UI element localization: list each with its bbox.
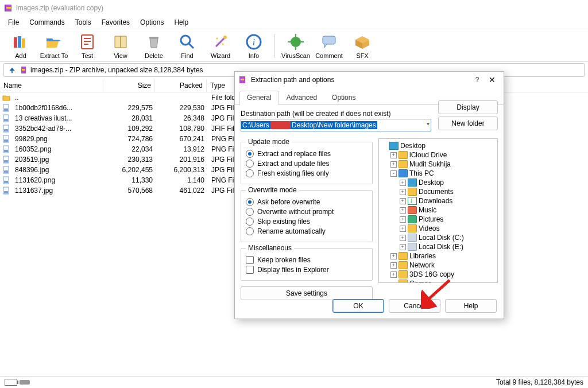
- opt-overwrite[interactable]: Overwrite without prompt: [246, 208, 368, 216]
- tb-view[interactable]: View: [105, 32, 137, 60]
- svg-rect-31: [4, 139, 8, 142]
- col-packed[interactable]: Packed: [155, 79, 207, 92]
- radio-icon: [246, 198, 254, 206]
- expand-icon[interactable]: +: [400, 189, 406, 195]
- tree-node[interactable]: +Documents: [381, 187, 495, 196]
- desk-icon: [408, 179, 417, 187]
- col-size[interactable]: Size: [103, 79, 155, 92]
- svg-rect-41: [4, 191, 8, 193]
- menu-help[interactable]: Help: [169, 17, 193, 28]
- save-settings-button[interactable]: Save settings: [241, 286, 373, 300]
- tab-options[interactable]: Options: [324, 91, 363, 105]
- chevron-down-icon[interactable]: ▾: [427, 121, 430, 127]
- tb-virusscan[interactable]: VirusScan: [280, 32, 312, 60]
- tree-node[interactable]: +Local Disk (E:): [381, 242, 495, 251]
- expand-icon[interactable]: -: [390, 170, 397, 177]
- up-button[interactable]: [6, 64, 18, 76]
- pc-icon: [399, 169, 408, 177]
- col-name[interactable]: Name: [0, 79, 103, 92]
- tree-node[interactable]: -This PC: [381, 169, 495, 178]
- menu-options[interactable]: Options: [136, 17, 168, 28]
- dialog-help-icon[interactable]: ?: [470, 76, 484, 84]
- tree-node[interactable]: +Videos: [381, 224, 495, 233]
- tb-info[interactable]: iInfo: [238, 32, 270, 60]
- folder-icon: [408, 188, 417, 196]
- folder-icon: [399, 280, 408, 283]
- cancel-button[interactable]: Cancel: [389, 299, 440, 313]
- opt-keep-broken[interactable]: Keep broken files: [246, 256, 368, 264]
- tb-find[interactable]: Find: [171, 32, 203, 60]
- extract-dialog: Extraction path and options ? ✕ General …: [234, 71, 504, 319]
- menu-commands[interactable]: Commands: [25, 17, 69, 28]
- tb-comment[interactable]: Comment: [313, 32, 345, 60]
- svg-rect-43: [241, 79, 244, 80]
- expand-icon[interactable]: +: [390, 161, 397, 168]
- tb-add[interactable]: Add: [5, 32, 37, 60]
- dest-redacted: .: [270, 121, 291, 129]
- expand-icon[interactable]: +: [390, 253, 397, 259]
- file-icon: [2, 156, 10, 164]
- expand-icon[interactable]: +: [400, 235, 406, 241]
- menu-tools[interactable]: Tools: [71, 17, 96, 28]
- opt-extract-replace[interactable]: Extract and replace files: [246, 150, 368, 158]
- opt-skip[interactable]: Skip existing files: [246, 218, 368, 226]
- tree-node[interactable]: Desktop: [381, 141, 495, 150]
- close-icon[interactable]: ✕: [484, 75, 500, 84]
- tree-node[interactable]: +Downloads: [381, 196, 495, 205]
- tree-node[interactable]: +Mudit Sukhija: [381, 160, 495, 169]
- address-text: images.zip - ZIP archive, unpacked size …: [30, 66, 203, 74]
- checkbox-icon: [246, 256, 254, 264]
- tree-node[interactable]: +Libraries: [381, 251, 495, 261]
- virus-icon: [287, 33, 305, 51]
- test-icon: [78, 33, 96, 51]
- tree-node[interactable]: +Desktop: [381, 178, 495, 187]
- expand-icon[interactable]: +: [390, 262, 397, 269]
- expand-icon[interactable]: +: [400, 207, 406, 214]
- menu-favorites[interactable]: Favorites: [97, 17, 134, 28]
- opt-ask[interactable]: Ask before overwrite: [246, 198, 368, 206]
- tree-node[interactable]: +Network: [381, 261, 495, 270]
- tree-node[interactable]: +Pictures: [381, 215, 495, 224]
- radio-icon: [246, 227, 254, 235]
- window-titlebar: images.zip (evaluation copy): [0, 0, 588, 16]
- drive-icon: [408, 234, 417, 242]
- opt-display-explorer[interactable]: Display files in Explorer: [246, 266, 368, 274]
- opt-rename[interactable]: Rename automatically: [246, 227, 368, 235]
- expand-icon[interactable]: +: [400, 226, 406, 232]
- expand-icon[interactable]: +: [400, 180, 406, 186]
- tb-test[interactable]: Test: [71, 32, 103, 60]
- new-folder-button[interactable]: New folder: [438, 117, 498, 130]
- tree-node[interactable]: Games: [381, 279, 495, 283]
- tree-node[interactable]: +Local Disk (C:): [381, 233, 495, 242]
- dialog-icon: [238, 75, 247, 84]
- tb-wizard[interactable]: Wizard: [204, 32, 237, 60]
- tree-node[interactable]: +Music: [381, 205, 495, 215]
- tb-delete[interactable]: Delete: [138, 32, 170, 60]
- opt-fresh-only[interactable]: Fresh existing files only: [246, 169, 368, 177]
- ok-button[interactable]: OK: [332, 299, 384, 313]
- expand-icon[interactable]: +: [400, 216, 406, 223]
- help-button[interactable]: Help: [445, 299, 497, 313]
- tb-sfx[interactable]: SFX: [346, 32, 378, 60]
- tab-general[interactable]: General: [239, 91, 279, 105]
- expand-icon[interactable]: +: [400, 244, 406, 250]
- battery-icon: [5, 379, 17, 386]
- dest-path-input[interactable]: C:\Users . Desktop\New folder\images ▾: [241, 119, 431, 131]
- display-button[interactable]: Display: [438, 100, 498, 114]
- tree-node[interactable]: +iCloud Drive: [381, 150, 495, 160]
- dialog-titlebar[interactable]: Extraction path and options ? ✕: [235, 72, 504, 88]
- folder-tree[interactable]: Desktop+iCloud Drive+Mudit Sukhija-This …: [378, 138, 498, 283]
- expand-icon[interactable]: +: [400, 198, 406, 204]
- file-icon: [2, 176, 10, 184]
- file-icon: [2, 187, 10, 195]
- tb-extract[interactable]: Extract To: [38, 32, 70, 60]
- tab-advanced[interactable]: Advanced: [279, 91, 324, 105]
- expand-icon[interactable]: +: [390, 152, 397, 158]
- opt-extract-update[interactable]: Extract and update files: [246, 160, 368, 168]
- file-icon: [2, 125, 10, 133]
- expand-icon[interactable]: +: [390, 271, 397, 278]
- svg-rect-2: [6, 7, 11, 9]
- tree-node[interactable]: +3DS 16G copy: [381, 270, 495, 279]
- menu-file[interactable]: File: [3, 17, 24, 28]
- file-icon: [2, 104, 10, 112]
